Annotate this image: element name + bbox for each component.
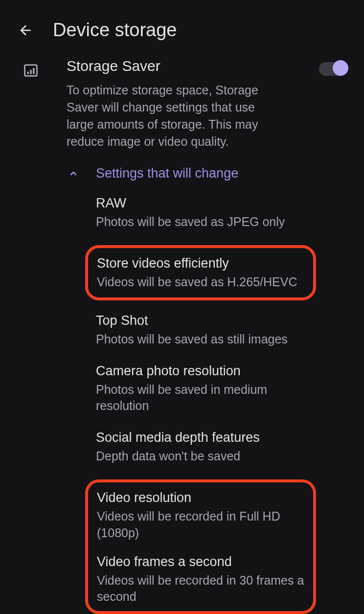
storage-saver-title: Storage Saver <box>67 57 311 75</box>
storage-saver-description: To optimize storage space, Storage Saver… <box>67 82 311 150</box>
store-videos-desc: Videos will be saved as H.265/HEVC <box>97 274 304 291</box>
back-button[interactable] <box>18 23 33 38</box>
raw-item[interactable]: RAW Photos will be saved as JPEG only <box>96 195 305 230</box>
svg-rect-2 <box>30 70 31 74</box>
depth-item[interactable]: Social media depth features Depth data w… <box>96 429 305 465</box>
collapsible-label: Settings that will change <box>96 166 238 181</box>
icon-column <box>23 61 67 150</box>
content-column: Storage Saver To optimize storage space,… <box>67 61 311 150</box>
fps-desc: Videos will be recorded in 30 frames a s… <box>97 572 304 606</box>
depth-title: Social media depth features <box>96 429 305 446</box>
toggle-column <box>311 61 346 150</box>
highlight-box-video: Video resolution Videos will be recorded… <box>85 479 316 614</box>
highlight-box-store-videos: Store videos efficiently Videos will be … <box>85 245 316 300</box>
top-shot-title: Top Shot <box>96 312 305 329</box>
photo-res-title: Camera photo resolution <box>96 363 305 380</box>
video-res-item[interactable]: Video resolution Videos will be recorded… <box>97 489 304 542</box>
storage-icon <box>23 63 38 78</box>
settings-that-will-change[interactable]: Settings that will change <box>67 166 364 181</box>
svg-rect-1 <box>27 72 29 74</box>
fps-title: Video frames a second <box>97 553 304 570</box>
raw-desc: Photos will be saved as JPEG only <box>96 214 305 230</box>
storage-saver-setting[interactable]: Storage Saver To optimize storage space,… <box>0 61 364 150</box>
settings-list: RAW Photos will be saved as JPEG only St… <box>96 195 364 614</box>
store-videos-title: Store videos efficiently <box>97 255 304 272</box>
fps-item[interactable]: Video frames a second Videos will be rec… <box>97 553 304 606</box>
video-res-title: Video resolution <box>97 489 304 506</box>
photo-res-desc: Photos will be saved in medium resolutio… <box>96 382 305 415</box>
storage-saver-toggle[interactable] <box>319 62 346 76</box>
store-videos-item[interactable]: Store videos efficiently Videos will be … <box>97 255 304 291</box>
chevron-up-icon <box>67 167 80 181</box>
video-res-desc: Videos will be recorded in Full HD (1080… <box>97 508 304 542</box>
top-shot-desc: Photos will be saved as still images <box>96 331 305 348</box>
depth-desc: Depth data won't be saved <box>96 448 305 465</box>
page-title: Device storage <box>53 20 177 41</box>
top-shot-item[interactable]: Top Shot Photos will be saved as still i… <box>96 312 305 348</box>
arrow-left-icon <box>18 23 33 38</box>
header: Device storage <box>0 0 364 52</box>
raw-title: RAW <box>96 195 305 212</box>
toggle-knob <box>333 60 348 76</box>
svg-rect-3 <box>33 68 34 74</box>
photo-res-item[interactable]: Camera photo resolution Photos will be s… <box>96 363 305 415</box>
